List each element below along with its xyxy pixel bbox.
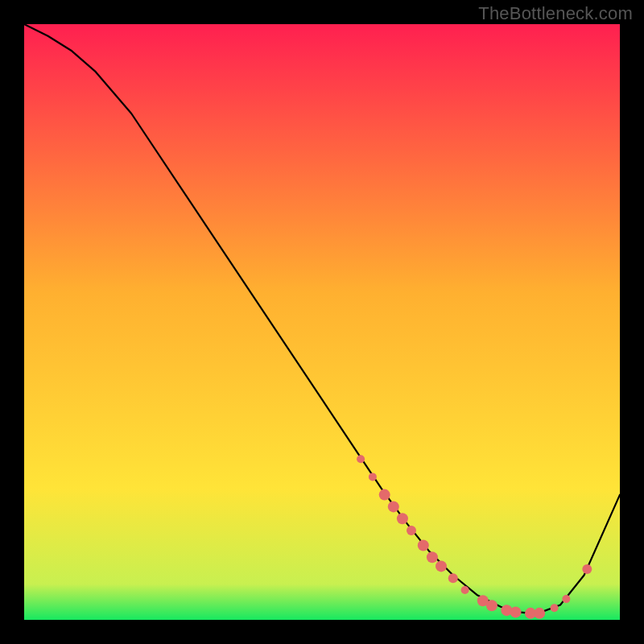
data-marker	[427, 551, 438, 563]
data-marker	[534, 608, 545, 619]
data-marker	[486, 600, 497, 611]
data-marker	[407, 526, 416, 535]
chart-svg	[24, 24, 620, 620]
data-marker	[388, 501, 399, 512]
gradient-background	[24, 24, 620, 620]
data-marker	[369, 473, 377, 481]
data-marker	[582, 564, 592, 574]
data-marker	[510, 606, 522, 617]
data-marker	[551, 604, 559, 612]
data-marker	[379, 489, 390, 501]
data-marker	[448, 573, 458, 583]
data-marker	[461, 586, 469, 594]
chart-container: TheBottleneck.com	[0, 0, 644, 644]
data-marker	[436, 560, 447, 572]
data-marker	[357, 455, 365, 463]
data-marker	[397, 513, 408, 524]
data-marker	[562, 595, 570, 603]
plot-area	[24, 24, 620, 620]
data-marker	[418, 540, 429, 551]
watermark-text: TheBottleneck.com	[478, 3, 633, 24]
